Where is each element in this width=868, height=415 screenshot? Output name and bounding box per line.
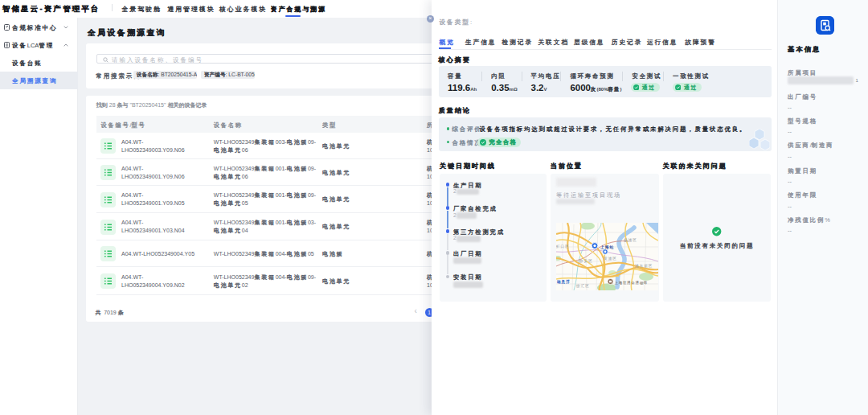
svg-text:静安区: 静安区 <box>579 259 593 263</box>
svg-text:磁悬浮: 磁悬浮 <box>556 278 571 284</box>
svg-text:上海站: 上海站 <box>600 244 614 249</box>
svg-text:浦东新区: 浦东新区 <box>635 263 653 267</box>
svg-text:黄浦区: 黄浦区 <box>604 256 617 260</box>
